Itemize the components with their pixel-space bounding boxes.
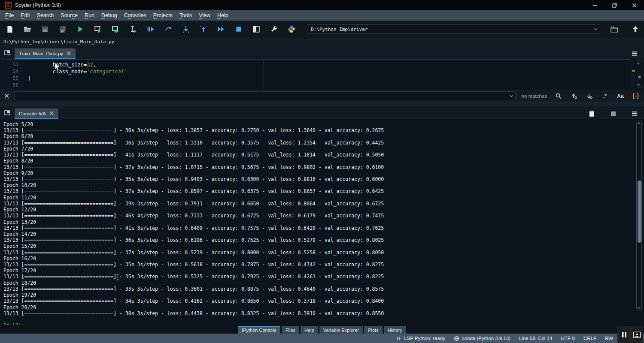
pause-recording-button[interactable] [617, 326, 630, 343]
pane-tab-variable-explorer[interactable]: Variable Explorer [319, 326, 363, 334]
clear-console-button[interactable] [586, 108, 597, 119]
console-output-line: 13/13 [==============================] -… [3, 225, 634, 231]
browse-tabs-button[interactable] [0, 47, 15, 58]
debug-file-button[interactable] [142, 22, 159, 36]
save-all-button[interactable] [54, 22, 71, 36]
menu-source[interactable]: Source [57, 11, 81, 20]
editor-code[interactable]: batch_size=32, class_mode='categorical') [24, 60, 630, 89]
close-find-button[interactable] [3, 92, 11, 100]
browse-working-directory-button[interactable] [605, 22, 623, 36]
console-output-line: 13/13 [==============================] -… [3, 140, 634, 146]
line-number: 56 [1, 82, 24, 89]
status-text: RW [605, 336, 613, 341]
console-tab[interactable]: Console 5/A [15, 108, 58, 119]
status-rw: RW [605, 336, 613, 341]
case-sensitive-button[interactable]: Aa [615, 91, 626, 101]
run-file-button[interactable] [71, 22, 89, 36]
console-scrollbar[interactable] [636, 120, 642, 311]
scroll-down-icon[interactable] [637, 84, 640, 86]
minimize-button[interactable] [585, 0, 605, 10]
console-scrollbar-thumb[interactable] [638, 181, 641, 243]
run-cell-button[interactable] [89, 22, 106, 36]
pane-tab-plots[interactable]: Plots [364, 326, 382, 334]
up-arrow-icon [632, 25, 639, 33]
menu-projects[interactable]: Projects [150, 11, 176, 20]
pane-splitter[interactable] [0, 102, 644, 106]
browse-tabs-button[interactable] [0, 107, 15, 118]
column-ruler [263, 60, 264, 89]
parent-directory-button[interactable] [626, 22, 644, 36]
menu-help[interactable]: Help [214, 11, 232, 20]
menu-edit[interactable]: Edit [17, 11, 33, 20]
pause-icon [621, 331, 628, 338]
whole-words-button[interactable] [630, 91, 641, 101]
continue-execution-button[interactable] [212, 22, 230, 36]
debug-cell-icon [164, 25, 172, 33]
working-directory-input[interactable] [307, 27, 593, 32]
menu-consoles[interactable]: Consoles [121, 11, 150, 20]
close-button[interactable] [624, 0, 644, 10]
maximize-pane-button[interactable] [247, 22, 265, 36]
close-tab-icon[interactable] [67, 51, 71, 56]
console-output[interactable]: Epoch 5/2013/13 [=======================… [0, 119, 634, 325]
run-selection-button[interactable] [124, 22, 142, 36]
find-bar-buttons: .*Aa [553, 91, 641, 101]
console-output-line: 13/13 [==============================] -… [3, 176, 634, 182]
menu-file[interactable]: File [2, 11, 17, 20]
pane-tab-history[interactable]: History [384, 326, 406, 334]
editor-scrollbar[interactable] [637, 60, 642, 88]
preferences-button[interactable] [265, 22, 283, 36]
console-options-button[interactable] [629, 108, 640, 119]
scroll-up-icon[interactable] [637, 122, 641, 124]
find-input[interactable] [15, 93, 508, 99]
interrupt-kernel-button[interactable] [608, 108, 618, 119]
menu-search[interactable]: Search [33, 11, 58, 20]
maximize-pane-icon [252, 25, 260, 33]
spyder-logo-icon [5, 2, 12, 9]
search-button[interactable] [553, 91, 564, 101]
console-scroll-column [636, 120, 643, 311]
chevron-down-icon[interactable] [508, 93, 514, 99]
status-line-58-col-14: Line 58, Col 14 [519, 336, 552, 341]
menu-view[interactable]: View [195, 11, 214, 20]
new-file-button[interactable] [1, 22, 18, 36]
picture-in-picture-button[interactable] [630, 326, 643, 343]
python-path-manager-button[interactable] [283, 22, 300, 36]
stop-debugging-button[interactable] [230, 22, 247, 36]
editor-options-button[interactable] [629, 48, 640, 59]
find-input-wrap[interactable] [14, 91, 516, 100]
save-file-button[interactable] [36, 22, 54, 36]
run-cell-advance-button[interactable] [106, 22, 124, 36]
find-next-button[interactable] [584, 91, 595, 101]
maximize-button[interactable] [605, 0, 624, 10]
menu-debug[interactable]: Debug [98, 11, 121, 20]
pane-tab-help[interactable]: Help [301, 326, 318, 334]
close-tab-icon[interactable] [49, 111, 54, 116]
chevron-down-icon[interactable] [593, 26, 599, 32]
console-output-line: Epoch 17/20 [3, 268, 634, 274]
menu-bar: FileEditSearchSourceRunDebugConsolesProj… [0, 10, 644, 21]
clear-console-icon [589, 111, 595, 117]
editor-body[interactable]: 53545556 batch_size=32, class_mode='cate… [1, 60, 630, 89]
find-previous-icon [571, 93, 577, 99]
console-output-line: 13/13 [==============================] -… [3, 237, 634, 243]
working-directory-combo[interactable] [307, 24, 600, 34]
step-out-icon [200, 25, 207, 33]
regex-button[interactable]: .* [599, 91, 611, 101]
debug-cell-button[interactable] [159, 22, 177, 36]
pane-tab-ipython-console[interactable]: IPython Console [238, 326, 280, 334]
editor-scrollbar-thumb[interactable] [638, 75, 641, 78]
open-file-button[interactable] [18, 22, 36, 36]
pane-tab-files[interactable]: Files [282, 326, 299, 334]
editor-tab-bar: Train_Main_Data.py [0, 46, 644, 59]
menu-tools[interactable]: Tools [176, 11, 195, 20]
menu-run[interactable]: Run [81, 11, 98, 20]
scroll-up-icon[interactable] [637, 62, 640, 64]
editor-tab[interactable]: Train_Main_Data.py [15, 48, 76, 59]
find-previous-button[interactable] [568, 91, 580, 101]
line-number: 54 [1, 68, 24, 75]
step-into-button[interactable] [177, 22, 194, 36]
scroll-down-icon[interactable] [637, 307, 641, 310]
step-out-button[interactable] [194, 22, 212, 36]
console-output-line: 13/13 [==============================] -… [3, 286, 634, 292]
